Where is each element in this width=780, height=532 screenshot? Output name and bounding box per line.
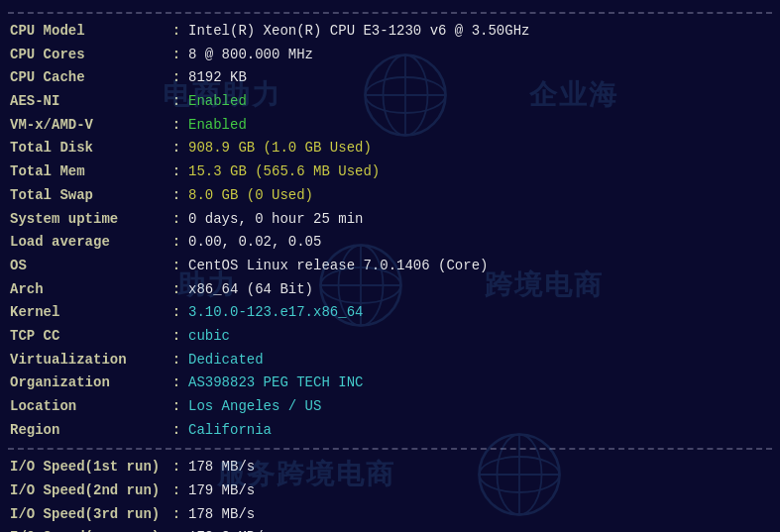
table-row: CPU Cache:8192 KB — [8, 66, 772, 90]
middle-divider — [8, 448, 772, 450]
io-speed-table: I/O Speed(1st run):178 MB/sI/O Speed(2nd… — [8, 456, 772, 532]
row-sep: : — [167, 325, 186, 349]
table-row: TCP CC:cubic — [8, 325, 772, 349]
table-row: CPU Model:Intel(R) Xeon(R) CPU E3-1230 v… — [8, 20, 772, 44]
row-sep: : — [167, 419, 186, 443]
row-value: 15.3 GB (565.6 MB Used) — [186, 160, 772, 184]
row-value: Dedicated — [186, 349, 772, 372]
row-label: VM-x/AMD-V — [8, 114, 167, 138]
row-value: California — [186, 419, 772, 443]
row-label: Virtualization — [8, 349, 167, 372]
row-sep: : — [167, 66, 186, 90]
row-sep: : — [167, 20, 186, 44]
row-value: 0 days, 0 hour 25 min — [186, 208, 772, 232]
table-row: Total Disk:908.9 GB (1.0 GB Used) — [8, 137, 772, 160]
row-sep: : — [167, 255, 186, 278]
row-value: Los Angeles / US — [186, 395, 772, 419]
row-value: 3.10.0-123.e17.x86_64 — [186, 301, 772, 325]
row-label: Location — [8, 395, 167, 419]
row-label: CPU Model — [8, 20, 167, 44]
row-label: Load average — [8, 231, 167, 255]
row-label: OS — [8, 255, 167, 278]
row-value: 178 MB/s — [186, 503, 772, 527]
row-label: I/O Speed(3rd run) — [8, 503, 167, 527]
row-label: AES-NI — [8, 90, 167, 114]
row-label: Total Disk — [8, 137, 167, 160]
table-row: I/O Speed(3rd run):178 MB/s — [8, 503, 772, 527]
table-row: I/O Speed(2nd run):179 MB/s — [8, 479, 772, 503]
row-value: 0.00, 0.02, 0.05 — [186, 231, 772, 255]
table-row: VM-x/AMD-V:Enabled — [8, 114, 772, 138]
row-sep: : — [167, 395, 186, 419]
row-sep: : — [167, 160, 186, 184]
table-row: Organization:AS398823 PEG TECH INC — [8, 372, 772, 395]
row-sep: : — [167, 526, 186, 532]
table-row: Total Mem:15.3 GB (565.6 MB Used) — [8, 160, 772, 184]
table-row: AES-NI:Enabled — [8, 90, 772, 114]
row-value: cubic — [186, 325, 772, 349]
row-sep: : — [167, 114, 186, 138]
table-row: Kernel:3.10.0-123.e17.x86_64 — [8, 301, 772, 325]
row-value: Enabled — [186, 114, 772, 138]
system-info-table: CPU Model:Intel(R) Xeon(R) CPU E3-1230 v… — [8, 20, 772, 442]
row-label: CPU Cores — [8, 44, 167, 67]
row-label: TCP CC — [8, 325, 167, 349]
row-value: CentOS Linux release 7.0.1406 (Core) — [186, 255, 772, 278]
table-row: Virtualization:Dedicated — [8, 349, 772, 372]
row-value: 179 MB/s — [186, 479, 772, 503]
row-value: AS398823 PEG TECH INC — [186, 372, 772, 395]
row-sep: : — [167, 44, 186, 67]
main-container: CPU Model:Intel(R) Xeon(R) CPU E3-1230 v… — [0, 0, 780, 532]
table-row: Region:California — [8, 419, 772, 443]
table-row: CPU Cores:8 @ 800.000 MHz — [8, 44, 772, 67]
row-sep: : — [167, 184, 186, 208]
row-label: System uptime — [8, 208, 167, 232]
row-value: 908.9 GB (1.0 GB Used) — [186, 137, 772, 160]
row-value: 8192 KB — [186, 66, 772, 90]
table-row: Arch:x86_64 (64 Bit) — [8, 278, 772, 302]
top-divider — [8, 12, 772, 14]
row-label: I/O Speed(average) — [8, 526, 167, 532]
row-value: 8.0 GB (0 Used) — [186, 184, 772, 208]
row-sep: : — [167, 479, 186, 503]
row-value: 178 MB/s — [186, 456, 772, 479]
row-label: Region — [8, 419, 167, 443]
row-sep: : — [167, 456, 186, 479]
row-label: I/O Speed(2nd run) — [8, 479, 167, 503]
row-value: 8 @ 800.000 MHz — [186, 44, 772, 67]
row-label: Arch — [8, 278, 167, 302]
table-row: I/O Speed(average):178.3 MB/s — [8, 526, 772, 532]
row-label: Total Mem — [8, 160, 167, 184]
row-sep: : — [167, 349, 186, 372]
row-sep: : — [167, 503, 186, 527]
table-row: System uptime:0 days, 0 hour 25 min — [8, 208, 772, 232]
row-sep: : — [167, 231, 186, 255]
row-label: Organization — [8, 372, 167, 395]
row-sep: : — [167, 137, 186, 160]
row-sep: : — [167, 90, 186, 114]
row-sep: : — [167, 372, 186, 395]
table-row: Load average:0.00, 0.02, 0.05 — [8, 231, 772, 255]
row-label: Total Swap — [8, 184, 167, 208]
row-label: Kernel — [8, 301, 167, 325]
row-value: 178.3 MB/s — [186, 526, 772, 532]
row-sep: : — [167, 301, 186, 325]
table-row: OS:CentOS Linux release 7.0.1406 (Core) — [8, 255, 772, 278]
table-row: I/O Speed(1st run):178 MB/s — [8, 456, 772, 479]
row-value: Intel(R) Xeon(R) CPU E3-1230 v6 @ 3.50GH… — [186, 20, 772, 44]
row-label: CPU Cache — [8, 66, 167, 90]
row-label: I/O Speed(1st run) — [8, 456, 167, 479]
row-sep: : — [167, 278, 186, 302]
row-value: Enabled — [186, 90, 772, 114]
row-value: x86_64 (64 Bit) — [186, 278, 772, 302]
table-row: Location:Los Angeles / US — [8, 395, 772, 419]
table-row: Total Swap:8.0 GB (0 Used) — [8, 184, 772, 208]
row-sep: : — [167, 208, 186, 232]
